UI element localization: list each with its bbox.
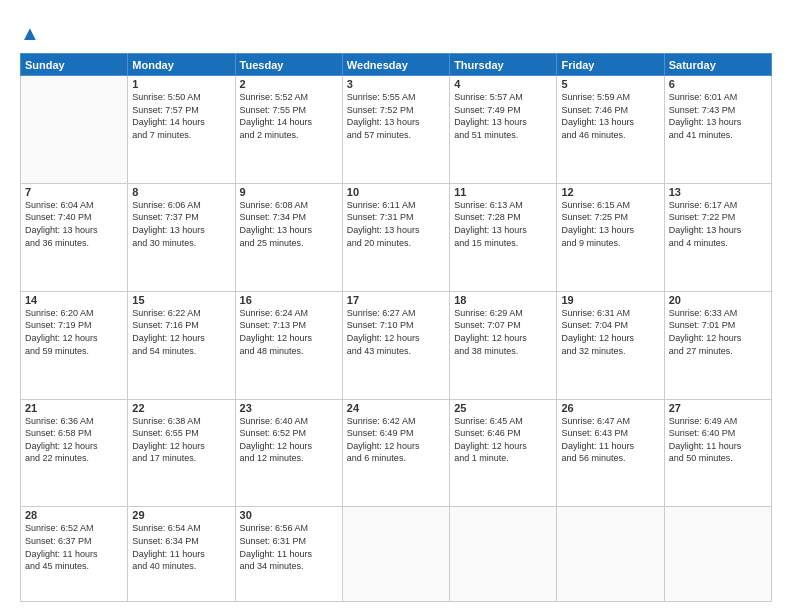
day-info: Sunrise: 6:08 AM Sunset: 7:34 PM Dayligh… [240, 199, 338, 249]
week-row-1: 1Sunrise: 5:50 AM Sunset: 7:57 PM Daylig… [21, 76, 772, 184]
calendar-cell: 16Sunrise: 6:24 AM Sunset: 7:13 PM Dayli… [235, 291, 342, 399]
day-info: Sunrise: 5:59 AM Sunset: 7:46 PM Dayligh… [561, 91, 659, 141]
calendar-table: SundayMondayTuesdayWednesdayThursdayFrid… [20, 53, 772, 602]
header: ▲ [20, 18, 772, 45]
calendar-cell: 4Sunrise: 5:57 AM Sunset: 7:49 PM Daylig… [450, 76, 557, 184]
calendar-cell: 9Sunrise: 6:08 AM Sunset: 7:34 PM Daylig… [235, 183, 342, 291]
day-info: Sunrise: 5:57 AM Sunset: 7:49 PM Dayligh… [454, 91, 552, 141]
weekday-header-thursday: Thursday [450, 54, 557, 76]
calendar-cell [21, 76, 128, 184]
weekday-header-row: SundayMondayTuesdayWednesdayThursdayFrid… [21, 54, 772, 76]
day-number: 5 [561, 78, 659, 90]
day-info: Sunrise: 6:45 AM Sunset: 6:46 PM Dayligh… [454, 415, 552, 465]
calendar-cell: 11Sunrise: 6:13 AM Sunset: 7:28 PM Dayli… [450, 183, 557, 291]
calendar-cell: 8Sunrise: 6:06 AM Sunset: 7:37 PM Daylig… [128, 183, 235, 291]
calendar-cell [342, 507, 449, 602]
calendar-cell: 6Sunrise: 6:01 AM Sunset: 7:43 PM Daylig… [664, 76, 771, 184]
week-row-3: 14Sunrise: 6:20 AM Sunset: 7:19 PM Dayli… [21, 291, 772, 399]
calendar-cell: 28Sunrise: 6:52 AM Sunset: 6:37 PM Dayli… [21, 507, 128, 602]
day-number: 10 [347, 186, 445, 198]
weekday-header-saturday: Saturday [664, 54, 771, 76]
day-info: Sunrise: 6:38 AM Sunset: 6:55 PM Dayligh… [132, 415, 230, 465]
day-number: 4 [454, 78, 552, 90]
day-number: 22 [132, 402, 230, 414]
weekday-header-monday: Monday [128, 54, 235, 76]
day-number: 13 [669, 186, 767, 198]
day-number: 30 [240, 509, 338, 521]
page: ▲ SundayMondayTuesdayWednesdayThursdayFr… [0, 0, 792, 612]
day-info: Sunrise: 6:11 AM Sunset: 7:31 PM Dayligh… [347, 199, 445, 249]
weekday-header-tuesday: Tuesday [235, 54, 342, 76]
calendar-cell: 10Sunrise: 6:11 AM Sunset: 7:31 PM Dayli… [342, 183, 449, 291]
day-number: 16 [240, 294, 338, 306]
day-number: 1 [132, 78, 230, 90]
day-info: Sunrise: 6:49 AM Sunset: 6:40 PM Dayligh… [669, 415, 767, 465]
calendar-cell: 21Sunrise: 6:36 AM Sunset: 6:58 PM Dayli… [21, 399, 128, 507]
day-number: 12 [561, 186, 659, 198]
calendar-cell [450, 507, 557, 602]
calendar-cell: 26Sunrise: 6:47 AM Sunset: 6:43 PM Dayli… [557, 399, 664, 507]
weekday-header-friday: Friday [557, 54, 664, 76]
day-info: Sunrise: 6:17 AM Sunset: 7:22 PM Dayligh… [669, 199, 767, 249]
day-number: 18 [454, 294, 552, 306]
day-number: 3 [347, 78, 445, 90]
calendar-cell: 5Sunrise: 5:59 AM Sunset: 7:46 PM Daylig… [557, 76, 664, 184]
day-number: 21 [25, 402, 123, 414]
calendar-cell: 12Sunrise: 6:15 AM Sunset: 7:25 PM Dayli… [557, 183, 664, 291]
day-number: 7 [25, 186, 123, 198]
calendar-cell: 19Sunrise: 6:31 AM Sunset: 7:04 PM Dayli… [557, 291, 664, 399]
day-info: Sunrise: 6:42 AM Sunset: 6:49 PM Dayligh… [347, 415, 445, 465]
day-number: 11 [454, 186, 552, 198]
calendar-cell: 18Sunrise: 6:29 AM Sunset: 7:07 PM Dayli… [450, 291, 557, 399]
day-number: 25 [454, 402, 552, 414]
day-number: 6 [669, 78, 767, 90]
day-info: Sunrise: 6:04 AM Sunset: 7:40 PM Dayligh… [25, 199, 123, 249]
day-number: 26 [561, 402, 659, 414]
day-info: Sunrise: 5:52 AM Sunset: 7:55 PM Dayligh… [240, 91, 338, 141]
day-number: 15 [132, 294, 230, 306]
day-info: Sunrise: 6:36 AM Sunset: 6:58 PM Dayligh… [25, 415, 123, 465]
day-number: 27 [669, 402, 767, 414]
day-info: Sunrise: 6:56 AM Sunset: 6:31 PM Dayligh… [240, 522, 338, 572]
calendar-cell: 1Sunrise: 5:50 AM Sunset: 7:57 PM Daylig… [128, 76, 235, 184]
day-info: Sunrise: 6:15 AM Sunset: 7:25 PM Dayligh… [561, 199, 659, 249]
week-row-5: 28Sunrise: 6:52 AM Sunset: 6:37 PM Dayli… [21, 507, 772, 602]
day-number: 29 [132, 509, 230, 521]
day-info: Sunrise: 5:55 AM Sunset: 7:52 PM Dayligh… [347, 91, 445, 141]
calendar-cell: 22Sunrise: 6:38 AM Sunset: 6:55 PM Dayli… [128, 399, 235, 507]
calendar-cell [557, 507, 664, 602]
day-info: Sunrise: 6:40 AM Sunset: 6:52 PM Dayligh… [240, 415, 338, 465]
calendar-cell: 30Sunrise: 6:56 AM Sunset: 6:31 PM Dayli… [235, 507, 342, 602]
logo: ▲ [20, 22, 40, 45]
calendar-cell: 29Sunrise: 6:54 AM Sunset: 6:34 PM Dayli… [128, 507, 235, 602]
day-number: 14 [25, 294, 123, 306]
calendar-cell: 7Sunrise: 6:04 AM Sunset: 7:40 PM Daylig… [21, 183, 128, 291]
calendar-cell: 25Sunrise: 6:45 AM Sunset: 6:46 PM Dayli… [450, 399, 557, 507]
day-info: Sunrise: 6:01 AM Sunset: 7:43 PM Dayligh… [669, 91, 767, 141]
calendar-cell: 2Sunrise: 5:52 AM Sunset: 7:55 PM Daylig… [235, 76, 342, 184]
day-number: 28 [25, 509, 123, 521]
day-number: 24 [347, 402, 445, 414]
day-info: Sunrise: 5:50 AM Sunset: 7:57 PM Dayligh… [132, 91, 230, 141]
day-info: Sunrise: 6:52 AM Sunset: 6:37 PM Dayligh… [25, 522, 123, 572]
calendar-cell [664, 507, 771, 602]
week-row-4: 21Sunrise: 6:36 AM Sunset: 6:58 PM Dayli… [21, 399, 772, 507]
day-info: Sunrise: 6:33 AM Sunset: 7:01 PM Dayligh… [669, 307, 767, 357]
day-number: 20 [669, 294, 767, 306]
day-info: Sunrise: 6:13 AM Sunset: 7:28 PM Dayligh… [454, 199, 552, 249]
calendar-cell: 23Sunrise: 6:40 AM Sunset: 6:52 PM Dayli… [235, 399, 342, 507]
day-number: 17 [347, 294, 445, 306]
calendar-cell: 14Sunrise: 6:20 AM Sunset: 7:19 PM Dayli… [21, 291, 128, 399]
week-row-2: 7Sunrise: 6:04 AM Sunset: 7:40 PM Daylig… [21, 183, 772, 291]
calendar-cell: 17Sunrise: 6:27 AM Sunset: 7:10 PM Dayli… [342, 291, 449, 399]
day-number: 8 [132, 186, 230, 198]
day-info: Sunrise: 6:27 AM Sunset: 7:10 PM Dayligh… [347, 307, 445, 357]
logo-icon: ▲ [20, 22, 40, 44]
day-info: Sunrise: 6:24 AM Sunset: 7:13 PM Dayligh… [240, 307, 338, 357]
day-info: Sunrise: 6:47 AM Sunset: 6:43 PM Dayligh… [561, 415, 659, 465]
calendar-cell: 3Sunrise: 5:55 AM Sunset: 7:52 PM Daylig… [342, 76, 449, 184]
day-info: Sunrise: 6:22 AM Sunset: 7:16 PM Dayligh… [132, 307, 230, 357]
day-info: Sunrise: 6:31 AM Sunset: 7:04 PM Dayligh… [561, 307, 659, 357]
calendar-cell: 24Sunrise: 6:42 AM Sunset: 6:49 PM Dayli… [342, 399, 449, 507]
day-number: 9 [240, 186, 338, 198]
